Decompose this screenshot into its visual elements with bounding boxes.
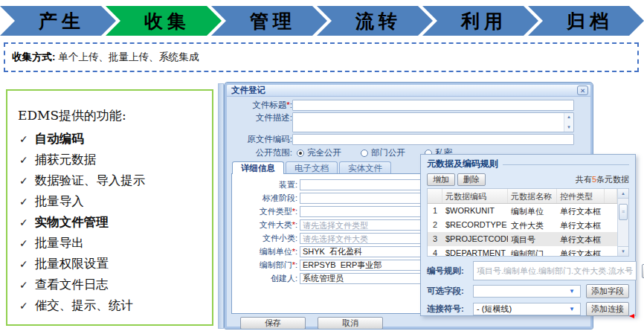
- tab-电子文档[interactable]: 电子文档: [286, 161, 338, 173]
- table-scrollbar[interactable]: ▲ ≡ ▼: [617, 189, 628, 256]
- process-step-归档: 归档: [528, 6, 644, 36]
- text-field-创建人[interactable]: [300, 273, 421, 284]
- scroll-up-icon[interactable]: ▲: [564, 113, 573, 121]
- button-添加连接[interactable]: 添加连接: [586, 302, 629, 316]
- field-label: 文件小类:: [232, 233, 297, 244]
- scroll-down-icon[interactable]: ▼: [564, 123, 573, 132]
- feature-text: 捕获元数据: [35, 150, 97, 170]
- rule-input-field[interactable]: 项目号.编制单位.编制部门.文件大类.流水号: [473, 261, 637, 280]
- header-cell: 元数据编码: [442, 189, 508, 203]
- field-label: 标准阶段:: [232, 193, 297, 204]
- button-添加字段[interactable]: 添加字段: [586, 284, 629, 298]
- edms-feature-list: ✓自动编码✓捕获元数据✓数据验证、导入提示✓批量导入✓实物文件管理✓批量导出✓批…: [18, 129, 206, 316]
- feature-text: 实物文件管理: [35, 212, 109, 233]
- cell-name: 项目号: [508, 232, 557, 246]
- field-label-text: 文件描述: [256, 113, 290, 122]
- text-field-编制部门[interactable]: [300, 260, 421, 271]
- table-row[interactable]: 3$PROJECTCODE项目号单行文本框: [428, 232, 617, 246]
- process-step-利用: 利用: [422, 6, 538, 36]
- dropdown-field[interactable]: ▼: [473, 285, 581, 298]
- close-icon[interactable]: ✕: [577, 86, 588, 95]
- process-step-收集: 收集: [106, 6, 222, 36]
- scrollbar-track[interactable]: [618, 199, 628, 204]
- radio-icon[interactable]: [297, 150, 304, 157]
- radio-label: 部门公开: [371, 147, 405, 158]
- dropdown-field[interactable]: - (短横线)▼: [473, 303, 581, 315]
- text-field-文件小类[interactable]: [300, 233, 421, 244]
- divider: [503, 164, 629, 165]
- field-label-text: 文件小类: [263, 234, 295, 242]
- cancel-button[interactable]: 取消: [318, 317, 383, 330]
- text-field-标准阶段[interactable]: [300, 193, 421, 204]
- feature-text: 批量导出: [35, 233, 84, 254]
- feature-text: 自动编码: [35, 129, 84, 150]
- cell-name: 编制单位: [508, 204, 557, 218]
- list-item: ✓捕获元数据: [18, 150, 206, 170]
- table-row[interactable]: 1$WORKUNIT编制单位单行文本框: [428, 204, 617, 218]
- table-row[interactable]: 4$DEPARTMENT编制部门单行文本框: [428, 246, 617, 257]
- dialog-title: 文件登记: [231, 85, 265, 96]
- process-flow: 产生收集管理流转利用归档: [0, 6, 644, 36]
- metadata-count: 共有5条元数据: [576, 174, 629, 185]
- field-label-text: 标准阶段: [263, 193, 295, 202]
- chevron-down-icon[interactable]: ▼: [567, 306, 577, 312]
- slide: 产生收集管理流转利用归档 收集方式: 单个上传、批量上传、系统集成 EDMS提供…: [0, 0, 644, 331]
- process-step-label: 利用: [454, 9, 507, 33]
- tab-实体文件[interactable]: 实体文件: [339, 161, 391, 173]
- field-label-text: 创建人: [271, 274, 295, 283]
- radio-option-部门公开[interactable]: 部门公开: [361, 147, 405, 158]
- list-item: ✓实物文件管理: [18, 212, 206, 233]
- chevron-down-icon[interactable]: ▼: [567, 288, 577, 295]
- rule-label: 可选字段:: [427, 286, 473, 297]
- feature-text: 批量权限设置: [35, 254, 109, 274]
- cell-index: 3: [428, 232, 442, 246]
- count-suffix: 条元数据: [596, 175, 629, 184]
- scroll-thumb[interactable]: ≡: [619, 204, 628, 220]
- cell-code: $RECORDTYPE: [442, 218, 508, 232]
- radio-icon[interactable]: [361, 150, 368, 157]
- scroll-down-icon[interactable]: ▼: [618, 246, 628, 256]
- text-field-文件类型[interactable]: [300, 206, 421, 217]
- header-cell: 控件类型: [557, 189, 605, 203]
- field-label: 装置:: [232, 179, 297, 190]
- field-label: 文件描述:: [233, 112, 292, 123]
- process-step-label: 收集: [137, 9, 190, 33]
- check-icon: ✓: [19, 212, 28, 233]
- text-field-编制单位[interactable]: [300, 246, 421, 257]
- cell-control: 单行文本框: [557, 218, 605, 232]
- description-field-wrap: ▲▼: [292, 112, 574, 132]
- cell-code: $PROJECTCODE: [442, 232, 508, 246]
- metadata-table: 元数据编码元数据名称控件类型1$WORKUNIT编制单位单行文本框2$RECOR…: [427, 188, 629, 257]
- check-icon: ✓: [19, 191, 28, 212]
- rule-label: 连接符号:: [427, 303, 473, 315]
- radio-option-完全公开[interactable]: 完全公开: [297, 147, 341, 158]
- field-label-text: 文件标题: [252, 100, 286, 109]
- save-button[interactable]: 保存: [240, 317, 306, 330]
- scroll-up-icon[interactable]: ▲: [618, 189, 628, 199]
- scrollbar-track-lower[interactable]: [618, 220, 628, 246]
- text-field-装置[interactable]: [300, 179, 421, 190]
- cell-blank: [605, 204, 617, 218]
- text-field-原文件编码[interactable]: [292, 134, 574, 145]
- textarea-scrollbar[interactable]: ▲▼: [564, 113, 573, 132]
- text-field-文件标题[interactable]: [292, 100, 574, 111]
- cell-blank: [605, 246, 617, 257]
- delete-button[interactable]: 删除: [457, 173, 486, 186]
- list-item: ✓批量导出: [18, 233, 206, 254]
- table-row[interactable]: 2$RECORDTYPE文件大类单行文本框: [428, 218, 617, 232]
- add-button[interactable]: 增加: [427, 173, 455, 186]
- form-row: 文件标题*:: [233, 100, 574, 111]
- table-header-row: 元数据编码元数据名称控件类型: [428, 189, 617, 204]
- check-icon: ✓: [19, 170, 28, 191]
- form-row: 原文件编码:: [233, 134, 574, 145]
- cell-control: 单行文本框: [557, 232, 605, 246]
- cell-name: 编制部门: [508, 246, 557, 257]
- text-field-文件大类[interactable]: [300, 219, 421, 231]
- process-step-label: 归档: [559, 9, 613, 33]
- tab-详细信息[interactable]: 详细信息: [232, 161, 284, 174]
- field-label: 文件大类*:: [232, 219, 297, 231]
- description-field[interactable]: [293, 113, 564, 132]
- field-label-text: 文件类型: [260, 207, 292, 216]
- field-label-colon: :: [295, 207, 297, 216]
- list-item: ✓批量权限设置: [18, 254, 206, 274]
